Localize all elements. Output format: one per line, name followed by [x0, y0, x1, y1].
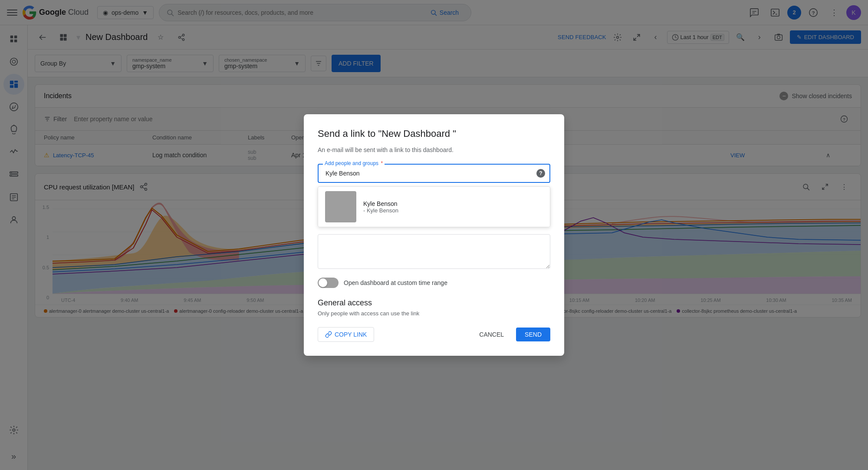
toggle-row: Open dashboard at custom time range: [318, 278, 550, 288]
general-access-section: General access Only people with access c…: [318, 298, 550, 317]
custom-time-range-toggle[interactable]: [318, 278, 339, 288]
input-required-indicator: *: [381, 160, 383, 166]
copy-link-button[interactable]: COPY LINK: [318, 327, 374, 342]
dialog-footer: COPY LINK CANCEL SEND: [318, 327, 550, 342]
send-link-dialog: Send a link to "New Dashboard " An e-mai…: [304, 114, 564, 356]
add-people-input[interactable]: [318, 164, 550, 183]
autocomplete-name-0: Kyle Benson: [363, 200, 398, 207]
dialog-overlay[interactable]: Send a link to "New Dashboard " An e-mai…: [0, 0, 868, 470]
input-help-icon[interactable]: ?: [536, 169, 545, 178]
dialog-footer-right: CANCEL SEND: [472, 328, 550, 341]
toggle-thumb: [319, 278, 327, 287]
copy-link-icon: [325, 331, 332, 338]
autocomplete-info-0: Kyle Benson - Kyle Benson: [363, 200, 398, 214]
autocomplete-item-0[interactable]: Kyle Benson - Kyle Benson: [318, 187, 550, 227]
add-people-input-group: Add people and groups * ?: [318, 164, 550, 183]
general-access-desc: Only people with access can use the link: [318, 310, 550, 317]
cancel-button[interactable]: CANCEL: [472, 328, 511, 341]
input-label: Add people and groups *: [323, 160, 385, 166]
message-textarea[interactable]: [318, 234, 550, 269]
general-access-title: General access: [318, 298, 550, 308]
dialog-title: Send a link to "New Dashboard ": [318, 128, 550, 139]
input-label-text: Add people and groups: [325, 160, 378, 166]
autocomplete-dropdown: Kyle Benson - Kyle Benson: [318, 186, 550, 227]
copy-link-label: COPY LINK: [335, 331, 367, 338]
send-button[interactable]: SEND: [516, 328, 550, 341]
toggle-track: [318, 278, 339, 288]
toggle-label: Open dashboard at custom time range: [344, 279, 447, 286]
dialog-subtitle: An e-mail will be sent with a link to th…: [318, 146, 550, 153]
autocomplete-email-0: - Kyle Benson: [363, 207, 398, 214]
autocomplete-avatar-0: [325, 191, 356, 222]
